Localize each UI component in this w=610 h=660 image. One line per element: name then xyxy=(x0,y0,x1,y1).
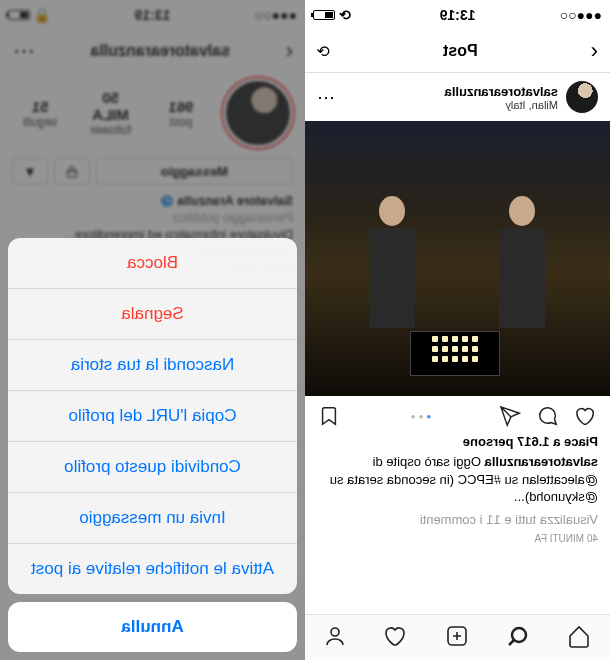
search-tab-icon[interactable] xyxy=(507,624,531,652)
status-bar: ●●●○○ 13:19 ⟳ xyxy=(305,0,610,30)
share-icon[interactable] xyxy=(498,404,522,428)
profile-screen: ●●●○○ 13:19 🔒 ‹ salvatorearanzulla ⋯ 961… xyxy=(0,0,305,660)
home-tab-icon[interactable] xyxy=(568,624,592,652)
post-caption: salvatorearanzulla Oggi sarò ospite di @… xyxy=(305,451,610,508)
block-button[interactable]: Blocca xyxy=(8,238,297,289)
enable-notifications-button[interactable]: Attiva le notifiche relative ai post xyxy=(8,544,297,594)
action-sheet: Blocca Segnala Nascondi la tua storia Co… xyxy=(8,238,297,652)
post-location[interactable]: Milan, Italy xyxy=(445,99,558,111)
caption-username[interactable]: salvatorearanzulla xyxy=(485,454,598,469)
avatar[interactable] xyxy=(566,81,598,113)
post-time: 40 MINUTI FA xyxy=(305,531,610,552)
lock-icon: ⟳ xyxy=(339,7,351,23)
signal-icon: ●●●○○ xyxy=(560,7,602,23)
back-icon[interactable]: ‹ xyxy=(591,38,598,64)
post-header: salvatorearanzulla Milan, Italy ⋯ xyxy=(305,73,610,121)
hide-story-button[interactable]: Nascondi la tua storia xyxy=(8,340,297,391)
post-username[interactable]: salvatorearanzulla xyxy=(445,84,558,99)
share-profile-button[interactable]: Condividi questo profilo xyxy=(8,442,297,493)
view-comments[interactable]: Visualizza tutti e 11 i commenti xyxy=(305,508,610,531)
refresh-icon[interactable]: ⟳ xyxy=(317,42,330,61)
post-actions: ●●● xyxy=(305,396,610,432)
more-icon[interactable]: ⋯ xyxy=(317,86,335,108)
comment-icon[interactable] xyxy=(536,404,560,428)
post-nav: ‹ Post ⟳ xyxy=(305,30,610,73)
status-time: 13:19 xyxy=(409,7,505,23)
add-tab-icon[interactable] xyxy=(446,624,470,652)
send-message-button[interactable]: Invia un messaggio xyxy=(8,493,297,544)
post-screen: ●●●○○ 13:19 ⟳ ‹ Post ⟳ salvatorearanzull… xyxy=(305,0,610,660)
battery-icon xyxy=(313,10,335,20)
profile-tab-icon[interactable] xyxy=(324,624,348,652)
carousel-indicator: ●●● xyxy=(355,412,484,421)
post-image[interactable] xyxy=(305,121,610,396)
bookmark-icon[interactable] xyxy=(317,404,341,428)
nav-title: Post xyxy=(443,42,478,60)
like-icon[interactable] xyxy=(574,404,598,428)
activity-tab-icon[interactable] xyxy=(385,624,409,652)
likes-count[interactable]: Piace a 1.617 persone xyxy=(305,432,610,451)
copy-url-button[interactable]: Copia l'URL del profilo xyxy=(8,391,297,442)
cancel-button[interactable]: Annulla xyxy=(8,602,297,652)
svg-point-0 xyxy=(513,628,527,642)
report-button[interactable]: Segnala xyxy=(8,289,297,340)
bottom-tabs xyxy=(305,614,610,660)
svg-point-2 xyxy=(332,628,340,636)
